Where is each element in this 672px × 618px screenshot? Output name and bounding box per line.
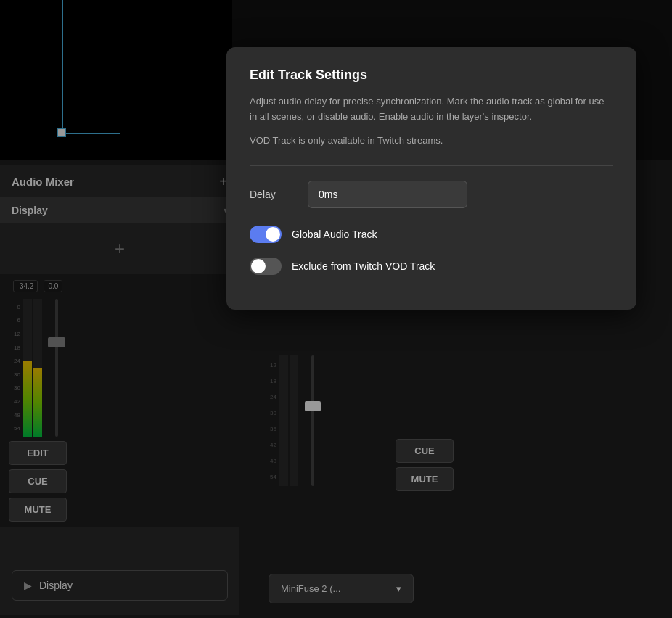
delay-input[interactable]	[308, 181, 467, 208]
global-audio-track-label: Global Audio Track	[292, 228, 377, 240]
delay-row: Delay	[250, 181, 613, 208]
exclude-vod-row: Exclude from Twitch VOD Track	[250, 258, 613, 275]
modal-description: Adjust audio delay for precise synchroni…	[250, 94, 613, 125]
edit-track-settings-modal: Edit Track Settings Adjust audio delay f…	[226, 47, 636, 310]
delay-label: Delay	[250, 189, 308, 200]
modal-divider	[250, 165, 613, 166]
global-audio-track-toggle[interactable]	[250, 226, 282, 243]
exclude-vod-toggle[interactable]	[250, 258, 282, 275]
global-audio-track-row: Global Audio Track	[250, 226, 613, 243]
exclude-vod-label: Exclude from Twitch VOD Track	[292, 260, 435, 272]
modal-title: Edit Track Settings	[250, 67, 613, 83]
modal-note: VOD Track is only available in Twitch st…	[250, 133, 613, 149]
